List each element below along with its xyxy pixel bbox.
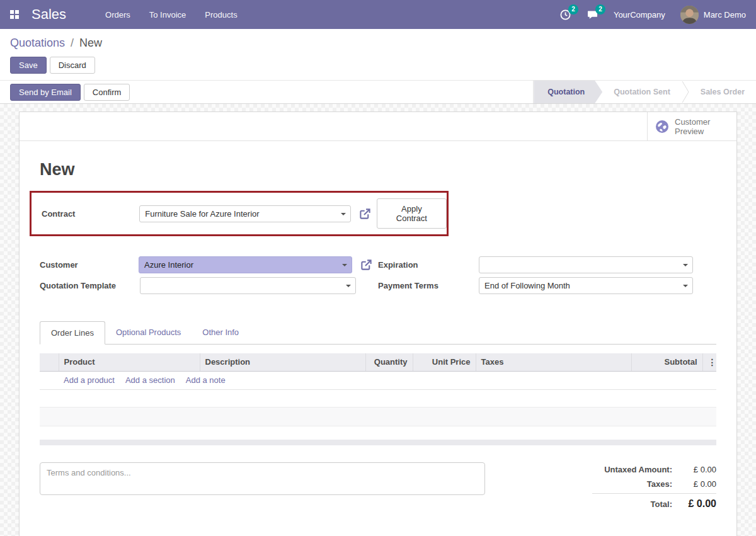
action-bar: Send by Email Confirm Quotation Quotatio…: [0, 81, 756, 104]
dropdown-caret-icon: [683, 264, 688, 266]
customer-select[interactable]: Azure Interior: [139, 256, 352, 273]
discard-button[interactable]: Discard: [50, 57, 95, 74]
quotation-template-label: Quotation Template: [40, 281, 140, 290]
user-name: Marc Demo: [704, 10, 746, 20]
customer-preview-label: Customer Preview: [675, 117, 729, 136]
send-by-email-button[interactable]: Send by Email: [10, 84, 81, 101]
form-background: Customer Preview New Contract Furniture …: [0, 104, 756, 536]
sheet-header-strip: Customer Preview: [20, 112, 736, 141]
empty-row: [40, 426, 716, 440]
optional-columns-kebab-icon[interactable]: ⋮: [702, 353, 716, 371]
totals-panel: Untaxed Amount: £ 0.00 Taxes: £ 0.00 Tot…: [592, 462, 716, 512]
breadcrumb-separator: /: [71, 37, 74, 49]
column-subtotal: Subtotal: [631, 353, 702, 371]
status-separator-icon: [682, 81, 689, 103]
customer-preview-button[interactable]: Customer Preview: [647, 112, 736, 140]
payment-terms-select[interactable]: End of Following Month: [479, 277, 693, 294]
confirm-button[interactable]: Confirm: [84, 84, 130, 101]
top-navbar: Sales Orders To Invoice Products 2 2 You…: [0, 0, 756, 29]
messages-badge: 2: [595, 4, 605, 14]
statusbar: Quotation Quotation Sent Sales Order: [533, 81, 756, 103]
table-footer-strip: [40, 440, 716, 445]
activity-badge: 2: [568, 4, 578, 14]
status-sales-order[interactable]: Sales Order: [689, 81, 756, 103]
add-a-section-link[interactable]: Add a section: [125, 375, 175, 385]
add-a-note-link[interactable]: Add a note: [186, 375, 226, 385]
menu-to-invoice[interactable]: To Invoice: [149, 10, 186, 20]
tab-order-lines[interactable]: Order Lines: [40, 321, 105, 345]
breadcrumb: Quotations / New: [10, 35, 746, 50]
menu-orders[interactable]: Orders: [105, 10, 130, 20]
app-title[interactable]: Sales: [32, 6, 66, 23]
apply-contract-button[interactable]: Apply Contract: [377, 198, 447, 229]
handle-column-header: [40, 353, 59, 371]
empty-row-striped: [40, 407, 716, 426]
left-field-group: Customer Azure Interior: [40, 256, 378, 298]
column-taxes: Taxes: [476, 353, 631, 371]
column-description: Description: [200, 353, 365, 371]
record-title: New: [40, 160, 716, 180]
tab-other-info[interactable]: Other Info: [192, 321, 249, 345]
dropdown-caret-icon: [342, 264, 347, 266]
empty-row: [40, 389, 716, 407]
dropdown-caret-icon: [341, 213, 346, 215]
breadcrumb-quotations-link[interactable]: Quotations: [10, 37, 65, 49]
main-menu: Orders To Invoice Products: [105, 10, 238, 20]
right-field-group: Expiration Payment Terms End of Followin…: [378, 256, 716, 298]
expiration-select[interactable]: [479, 256, 693, 273]
messages-icon[interactable]: 2: [587, 9, 598, 21]
total-label: Total:: [651, 499, 672, 509]
taxes-label: Taxes:: [647, 479, 672, 489]
globe-icon: [655, 120, 669, 134]
menu-products[interactable]: Products: [205, 10, 237, 20]
status-quotation[interactable]: Quotation: [534, 81, 602, 103]
customer-label: Customer: [40, 260, 139, 270]
expiration-label: Expiration: [378, 260, 479, 270]
status-quotation-sent[interactable]: Quotation Sent: [602, 81, 682, 103]
save-button[interactable]: Save: [10, 57, 47, 74]
dropdown-caret-icon: [683, 285, 688, 287]
control-panel: Quotations / New Save Discard: [0, 29, 756, 81]
column-quantity: Quantity: [365, 353, 413, 371]
taxes-value: £ 0.00: [672, 479, 716, 489]
customer-external-link-icon[interactable]: [360, 259, 372, 271]
activity-clock-icon[interactable]: 2: [559, 9, 571, 21]
totals-divider: [592, 493, 716, 494]
order-lines-table: Product Description Quantity Unit Price …: [40, 353, 716, 445]
breadcrumb-current: New: [79, 37, 102, 49]
column-product: Product: [59, 353, 200, 371]
quotation-template-select[interactable]: [140, 277, 356, 294]
untaxed-amount-label: Untaxed Amount:: [604, 465, 672, 474]
user-menu[interactable]: Marc Demo: [680, 6, 746, 24]
company-name[interactable]: YourCompany: [614, 10, 665, 20]
apps-grid-icon[interactable]: [10, 10, 19, 19]
form-sheet: Customer Preview New Contract Furniture …: [19, 111, 737, 536]
contract-highlight-box: Contract Furniture Sale for Azure Interi…: [30, 191, 449, 236]
total-value: £ 0.00: [672, 498, 716, 510]
tab-optional-products[interactable]: Optional Products: [105, 321, 192, 345]
contract-select[interactable]: Furniture Sale for Azure Interior: [139, 205, 351, 222]
add-a-product-link[interactable]: Add a product: [64, 375, 115, 385]
contract-label: Contract: [42, 209, 139, 219]
terms-and-conditions-input[interactable]: [40, 462, 485, 495]
column-unit-price: Unit Price: [413, 353, 476, 371]
contract-external-link-icon[interactable]: [359, 208, 371, 220]
dropdown-caret-icon: [346, 285, 351, 287]
untaxed-amount-value: £ 0.00: [672, 465, 716, 474]
notebook-tabs: Order Lines Optional Products Other Info: [40, 321, 716, 345]
user-avatar: [680, 6, 699, 24]
payment-terms-label: Payment Terms: [378, 281, 479, 290]
